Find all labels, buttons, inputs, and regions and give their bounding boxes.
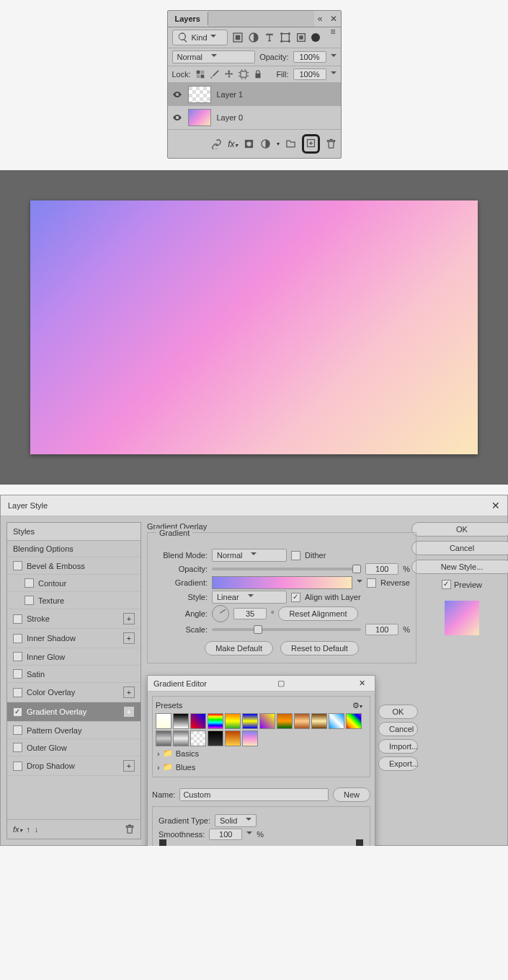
bevel-emboss-item[interactable]: Bevel & Emboss <box>7 557 141 575</box>
opacity-stop[interactable] <box>159 839 166 846</box>
checkbox[interactable] <box>13 614 22 624</box>
close-icon[interactable]: ✕ <box>326 14 341 24</box>
texture-item[interactable]: Texture <box>7 592 141 609</box>
preset-folder[interactable]: › 📁 Basics <box>156 746 367 760</box>
preset-swatch[interactable] <box>242 730 258 746</box>
angle-dial[interactable] <box>212 605 229 622</box>
visibility-icon[interactable] <box>172 112 182 123</box>
preset-swatch[interactable] <box>225 730 241 746</box>
lock-position-icon[interactable] <box>224 69 234 79</box>
reset-default-button[interactable]: Reset to Default <box>280 641 359 655</box>
reverse-checkbox[interactable] <box>367 578 376 588</box>
filter-pixel-icon[interactable] <box>232 32 244 43</box>
add-icon[interactable]: + <box>123 687 135 698</box>
gear-icon[interactable]: ⚙▾ <box>352 701 367 710</box>
preset-swatch[interactable] <box>173 713 189 729</box>
name-input[interactable]: Custom <box>179 788 329 801</box>
color-overlay-item[interactable]: Color Overlay+ <box>7 683 141 702</box>
checkbox[interactable] <box>24 578 34 588</box>
outer-glow-item[interactable]: Outer Glow <box>7 739 141 756</box>
preset-swatch[interactable] <box>156 730 171 746</box>
preset-swatch[interactable] <box>208 713 223 729</box>
preset-swatch[interactable] <box>294 713 310 729</box>
collapse-icon[interactable]: « <box>314 14 326 24</box>
satin-item[interactable]: Satin <box>7 666 141 683</box>
ok-button[interactable]: OK <box>411 522 508 537</box>
style-select[interactable]: Linear <box>212 591 287 604</box>
fill-input[interactable]: 100% <box>293 69 326 80</box>
preset-swatch[interactable] <box>259 713 275 729</box>
export-button[interactable]: Export... <box>378 756 418 771</box>
inner-glow-item[interactable]: Inner Glow <box>7 648 141 666</box>
checkbox[interactable] <box>13 707 22 717</box>
checkbox[interactable] <box>13 688 22 697</box>
visibility-icon[interactable] <box>172 89 182 100</box>
add-icon[interactable]: + <box>123 760 135 772</box>
filter-type-icon[interactable] <box>264 32 275 43</box>
checkbox[interactable] <box>13 634 22 643</box>
checkbox[interactable] <box>13 762 22 771</box>
filter-toggle-icon[interactable] <box>311 33 320 42</box>
trash-icon[interactable] <box>326 138 337 149</box>
preset-swatch[interactable] <box>173 730 189 746</box>
adjustment-icon[interactable] <box>260 138 271 149</box>
layer-row[interactable]: Layer 0 <box>168 106 341 129</box>
mask-icon[interactable] <box>244 138 254 149</box>
smoothness-input[interactable]: 100 <box>209 829 242 840</box>
down-icon[interactable]: ↓ <box>35 825 39 834</box>
checkbox[interactable] <box>13 652 22 661</box>
scale-slider[interactable] <box>212 628 361 631</box>
preset-swatch[interactable] <box>311 713 327 729</box>
lock-all-icon[interactable] <box>253 69 263 79</box>
lock-transparency-icon[interactable] <box>195 69 205 79</box>
preset-swatch[interactable] <box>225 713 241 729</box>
add-icon[interactable]: + <box>123 613 135 624</box>
stroke-item[interactable]: Stroke+ <box>7 609 141 629</box>
checkbox[interactable] <box>13 561 22 570</box>
scale-input[interactable]: 100 <box>365 624 398 635</box>
preset-folder[interactable]: › 📁 Blues <box>156 760 367 774</box>
align-checkbox[interactable] <box>291 593 300 602</box>
add-icon[interactable]: + <box>123 706 135 718</box>
opacity-input[interactable]: 100% <box>293 51 326 63</box>
blend-mode-select[interactable]: Normal <box>172 50 256 63</box>
fx-icon[interactable]: fx▾ <box>228 139 237 149</box>
add-icon[interactable]: + <box>123 632 135 644</box>
menu-icon[interactable]: ≡ <box>326 27 339 37</box>
styles-header[interactable]: Styles <box>7 523 141 541</box>
cancel-button[interactable]: Cancel <box>411 541 508 555</box>
blend-mode-select[interactable]: Normal <box>212 549 287 562</box>
inner-shadow-item[interactable]: Inner Shadow+ <box>7 629 141 648</box>
filter-kind-select[interactable]: Kind <box>172 30 228 45</box>
preset-swatch[interactable] <box>329 713 344 729</box>
layer-row[interactable]: Layer 1 <box>168 83 341 106</box>
layer-name[interactable]: Layer 0 <box>217 113 244 122</box>
checkbox[interactable] <box>24 596 34 605</box>
lock-brush-icon[interactable] <box>210 69 220 79</box>
make-default-button[interactable]: Make Default <box>205 641 273 655</box>
layer-thumbnail[interactable] <box>188 109 211 126</box>
checkbox[interactable] <box>13 743 22 752</box>
link-icon[interactable] <box>211 138 222 149</box>
filter-smart-icon[interactable] <box>295 32 307 43</box>
trash-icon[interactable] <box>125 824 135 834</box>
preset-swatch[interactable] <box>208 730 223 746</box>
preset-swatch[interactable] <box>346 713 362 729</box>
gradient-preview[interactable] <box>212 576 352 589</box>
gradient-type-select[interactable]: Solid <box>215 814 257 827</box>
filter-adjustment-icon[interactable] <box>248 32 259 43</box>
dither-checkbox[interactable] <box>291 551 300 560</box>
contour-item[interactable]: Contour <box>7 575 141 592</box>
group-icon[interactable] <box>285 138 296 149</box>
layer-name[interactable]: Layer 1 <box>217 90 244 99</box>
layers-tab[interactable]: Layers <box>168 12 208 25</box>
drop-shadow-item[interactable]: Drop Shadow+ <box>7 756 141 776</box>
preset-swatch[interactable] <box>277 713 293 729</box>
pattern-overlay-item[interactable]: Pattern Overlay <box>7 722 141 739</box>
import-button[interactable]: Import... <box>378 739 418 754</box>
fx-icon[interactable]: fx▾ <box>13 825 22 834</box>
new-style-button[interactable]: New Style... <box>411 560 508 574</box>
checkbox[interactable] <box>13 725 22 735</box>
angle-input[interactable]: 35 <box>233 608 267 619</box>
layer-thumbnail[interactable] <box>188 86 211 103</box>
